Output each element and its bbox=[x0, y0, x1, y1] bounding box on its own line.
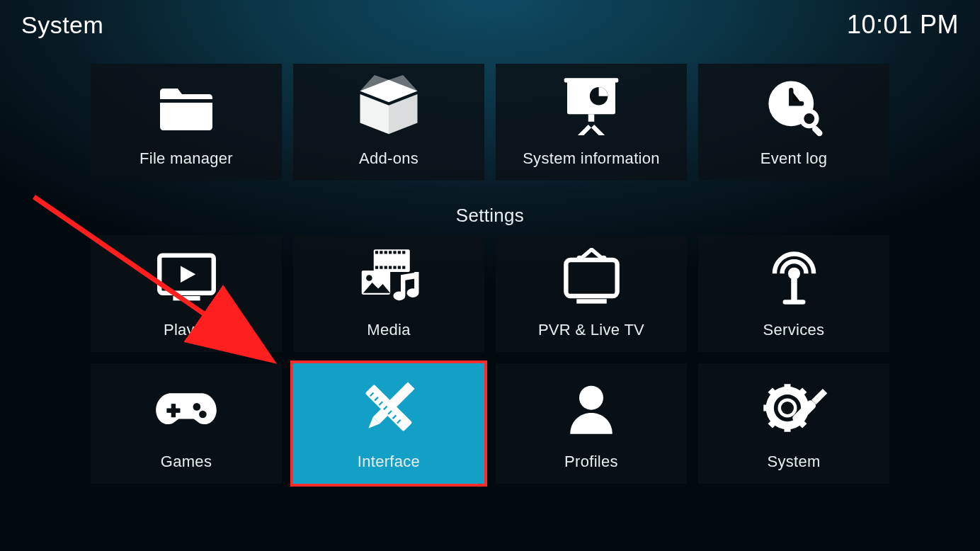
tile-event-log[interactable]: Event log bbox=[698, 64, 889, 181]
header-bar: System 10:01 PM bbox=[0, 0, 980, 50]
tile-system-information[interactable]: System information bbox=[496, 64, 687, 181]
tile-label: Event log bbox=[760, 149, 827, 168]
tile-label: Interface bbox=[358, 453, 420, 471]
tile-add-ons[interactable]: Add-ons bbox=[293, 64, 484, 181]
tile-profiles[interactable]: Profiles bbox=[496, 363, 687, 484]
tv-icon bbox=[558, 235, 625, 321]
top-row: File manager Add-ons System information … bbox=[91, 64, 889, 181]
folder-icon bbox=[154, 64, 218, 149]
tile-games[interactable]: Games bbox=[91, 363, 282, 484]
tile-label: Add-ons bbox=[359, 149, 418, 168]
tile-label: Media bbox=[367, 321, 410, 339]
tile-player[interactable]: Player bbox=[91, 235, 282, 352]
tile-system[interactable]: System bbox=[698, 363, 889, 484]
tile-label: File manager bbox=[139, 149, 233, 168]
tile-interface[interactable]: Interface bbox=[293, 363, 484, 484]
page-title: System bbox=[21, 11, 103, 39]
tile-label: System bbox=[767, 453, 820, 471]
content-area: File manager Add-ons System information … bbox=[0, 64, 980, 495]
clock-search-icon bbox=[760, 64, 828, 149]
tile-pvr-live-tv[interactable]: PVR & Live TV bbox=[496, 235, 687, 352]
gamepad-icon bbox=[151, 363, 222, 453]
media-stack-icon bbox=[353, 235, 424, 321]
presentation-icon bbox=[559, 64, 623, 149]
tile-label: Services bbox=[763, 321, 825, 339]
section-label-settings: Settings bbox=[456, 205, 524, 227]
clock: 10:01 PM bbox=[847, 10, 959, 40]
broadcast-icon bbox=[760, 235, 828, 321]
gear-tools-icon bbox=[758, 363, 829, 453]
tile-services[interactable]: Services bbox=[698, 235, 889, 352]
tile-label: Profiles bbox=[564, 453, 618, 471]
tile-label: Player bbox=[164, 321, 209, 339]
user-icon bbox=[559, 363, 623, 453]
tile-media[interactable]: Media bbox=[293, 235, 484, 352]
tile-file-manager[interactable]: File manager bbox=[91, 64, 282, 181]
play-screen-icon bbox=[153, 235, 220, 321]
tile-label: System information bbox=[523, 149, 660, 168]
pencil-ruler-icon bbox=[353, 363, 424, 453]
settings-row-2: Games Interface Profiles System bbox=[91, 363, 889, 484]
settings-row-1: Player Media PVR & Live TV Services bbox=[91, 235, 889, 352]
tile-label: PVR & Live TV bbox=[538, 321, 644, 339]
tile-label: Games bbox=[161, 453, 212, 471]
box-icon bbox=[353, 64, 424, 149]
